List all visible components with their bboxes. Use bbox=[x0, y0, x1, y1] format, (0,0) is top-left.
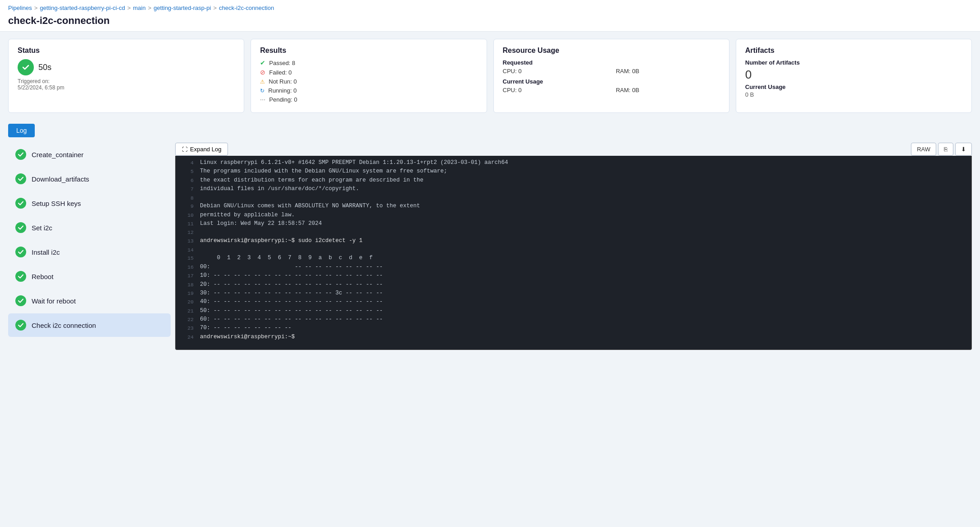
breadcrumb-sep-2: > bbox=[127, 5, 131, 11]
breadcrumb-job[interactable]: check-i2c-connection bbox=[219, 5, 274, 11]
raw-button[interactable]: RAW bbox=[911, 143, 936, 156]
line-number: 11 bbox=[181, 219, 194, 228]
line-number: 18 bbox=[181, 280, 194, 289]
expand-icon: ⛶ bbox=[182, 146, 187, 153]
line-number: 10 bbox=[181, 211, 194, 219]
line-text: 40: -- -- -- -- -- -- -- -- -- -- -- -- … bbox=[200, 298, 383, 306]
line-number: 9 bbox=[181, 202, 194, 210]
page-title: check-i2c-connection bbox=[8, 11, 972, 28]
step-item[interactable]: Install i2c bbox=[8, 240, 171, 264]
breadcrumb-pipelines[interactable]: Pipelines bbox=[8, 5, 32, 11]
log-tab-button[interactable]: Log bbox=[8, 124, 35, 137]
log-line: 4Linux raspberrypi 6.1.21-v8+ #1642 SMP … bbox=[176, 159, 971, 167]
line-number: 22 bbox=[181, 315, 194, 324]
step-check-icon bbox=[15, 295, 26, 306]
step-check-icon bbox=[15, 247, 26, 257]
step-item[interactable]: Set i2c bbox=[8, 216, 171, 239]
log-line: 15 0 1 2 3 4 5 6 7 8 9 a b c d e f bbox=[176, 254, 971, 262]
line-text: 00: -- -- -- -- -- -- -- -- -- bbox=[200, 263, 383, 271]
results-card: Results ✔ Passed: 8 ⊘ Failed: 0 ⚠ Not Ru… bbox=[251, 39, 487, 113]
breadcrumb-sep-1: > bbox=[34, 5, 38, 11]
steps-sidebar: Create_container Download_artifacts Setu… bbox=[8, 143, 175, 350]
passed-icon: ✔ bbox=[260, 59, 265, 66]
line-number: 7 bbox=[181, 185, 194, 193]
line-number: 24 bbox=[181, 333, 194, 341]
download-icon: ⬇ bbox=[961, 146, 966, 153]
resource-card-title: Resource Usage bbox=[503, 47, 720, 55]
line-text: 20: -- -- -- -- -- -- -- -- -- -- -- -- … bbox=[200, 280, 383, 289]
log-line: 10permitted by applicable law. bbox=[176, 211, 971, 219]
log-line: 14 bbox=[176, 246, 971, 254]
log-toolbar: ⛶ Expand Log RAW ⎘ ⬇ bbox=[175, 143, 972, 156]
step-item[interactable]: Download_artifacts bbox=[8, 167, 171, 191]
line-number: 6 bbox=[181, 176, 194, 185]
line-text: 70: -- -- -- -- -- -- -- -- bbox=[200, 324, 292, 332]
step-label: Check i2c connection bbox=[32, 322, 96, 329]
step-item[interactable]: Create_container bbox=[8, 143, 171, 166]
breadcrumb-repo[interactable]: getting-started-raspberry-pi-ci-cd bbox=[40, 5, 125, 11]
line-number: 16 bbox=[181, 263, 194, 271]
result-passed: ✔ Passed: 8 bbox=[260, 59, 477, 66]
line-number: 19 bbox=[181, 289, 194, 298]
triggered-label: Triggered on: 5/22/2024, 6:58 pm bbox=[18, 78, 235, 91]
log-line: 24andrewswirski@raspberrypi:~$ bbox=[176, 333, 971, 341]
breadcrumb-main[interactable]: main bbox=[133, 5, 146, 11]
step-label: Install i2c bbox=[32, 248, 60, 256]
step-label: Setup SSH keys bbox=[32, 200, 81, 207]
line-number: 5 bbox=[181, 167, 194, 176]
log-line: 1710: -- -- -- -- -- -- -- -- -- -- -- -… bbox=[176, 271, 971, 280]
line-number: 14 bbox=[181, 246, 194, 254]
line-text: 0 1 2 3 4 5 6 7 8 9 a b c d e f bbox=[200, 254, 373, 262]
step-check-icon bbox=[15, 198, 26, 209]
step-label: Reboot bbox=[32, 273, 53, 280]
results-card-title: Results bbox=[260, 47, 477, 55]
log-line: 6the exact distribution terms for each p… bbox=[176, 176, 971, 185]
breadcrumb-pipeline[interactable]: getting-started-rasp-pi bbox=[153, 5, 211, 11]
line-text: 10: -- -- -- -- -- -- -- -- -- -- -- -- … bbox=[200, 271, 383, 280]
line-text: the exact distribution terms for each pr… bbox=[200, 176, 423, 185]
step-item[interactable]: Check i2c connection bbox=[8, 313, 171, 337]
line-text: Last login: Wed May 22 18:58:57 2024 bbox=[200, 219, 322, 228]
line-number: 12 bbox=[181, 228, 194, 237]
step-label: Wait for reboot bbox=[32, 297, 76, 305]
status-card: Status 50s Triggered on: 5/22/2024, 6:58… bbox=[8, 39, 244, 113]
log-line: 11Last login: Wed May 22 18:58:57 2024 bbox=[176, 219, 971, 228]
log-line: 1820: -- -- -- -- -- -- -- -- -- -- -- -… bbox=[176, 280, 971, 289]
copy-icon: ⎘ bbox=[944, 146, 947, 153]
status-time: 50s bbox=[38, 63, 51, 72]
result-notrun: ⚠ Not Run: 0 bbox=[260, 78, 477, 85]
log-line: 5The programs included with the Debian G… bbox=[176, 167, 971, 176]
step-item[interactable]: Wait for reboot bbox=[8, 289, 171, 312]
terminal-content: 4Linux raspberrypi 6.1.21-v8+ #1642 SMP … bbox=[176, 156, 971, 344]
step-item[interactable]: Setup SSH keys bbox=[8, 191, 171, 215]
line-text: andrewswirski@raspberrypi:~$ sudo i2cdet… bbox=[200, 237, 362, 245]
line-text: Linux raspberrypi 6.1.21-v8+ #1642 SMP P… bbox=[200, 159, 508, 167]
terminal[interactable]: 4Linux raspberrypi 6.1.21-v8+ #1642 SMP … bbox=[175, 156, 972, 350]
main-content: Create_container Download_artifacts Setu… bbox=[0, 143, 980, 358]
status-card-title: Status bbox=[18, 47, 235, 55]
log-line: 2150: -- -- -- -- -- -- -- -- -- -- -- -… bbox=[176, 307, 971, 315]
log-actions: RAW ⎘ ⬇ bbox=[911, 143, 972, 156]
step-item[interactable]: Reboot bbox=[8, 265, 171, 288]
line-number: 13 bbox=[181, 237, 194, 245]
breadcrumb-bar: Pipelines > getting-started-raspberry-pi… bbox=[0, 0, 980, 32]
line-text: 60: -- -- -- -- -- -- -- -- -- -- -- -- … bbox=[200, 315, 383, 324]
result-failed: ⊘ Failed: 0 bbox=[260, 69, 477, 76]
log-line: 13andrewswirski@raspberrypi:~$ sudo i2cd… bbox=[176, 237, 971, 245]
artifacts-card: Artifacts Number of Artifacts 0 Current … bbox=[736, 39, 972, 113]
log-line: 9Debian GNU/Linux comes with ABSOLUTELY … bbox=[176, 202, 971, 210]
artifacts-card-title: Artifacts bbox=[745, 47, 962, 55]
download-button[interactable]: ⬇ bbox=[955, 143, 972, 156]
log-line: 2370: -- -- -- -- -- -- -- -- bbox=[176, 324, 971, 332]
log-line: 8 bbox=[176, 194, 971, 202]
resource-card: Resource Usage Requested CPU: 0 RAM: 0B … bbox=[493, 39, 729, 113]
step-check-icon bbox=[15, 320, 26, 331]
step-check-icon bbox=[15, 173, 26, 184]
copy-button[interactable]: ⎘ bbox=[938, 143, 953, 156]
line-text: 30: -- -- -- -- -- -- -- -- -- -- -- -- … bbox=[200, 289, 383, 298]
line-text: permitted by applicable law. bbox=[200, 211, 295, 219]
line-number: 21 bbox=[181, 307, 194, 315]
expand-log-button[interactable]: ⛶ Expand Log bbox=[175, 143, 228, 156]
line-text: individual files in /usr/share/doc/*/cop… bbox=[200, 185, 359, 193]
step-check-icon bbox=[15, 271, 26, 282]
